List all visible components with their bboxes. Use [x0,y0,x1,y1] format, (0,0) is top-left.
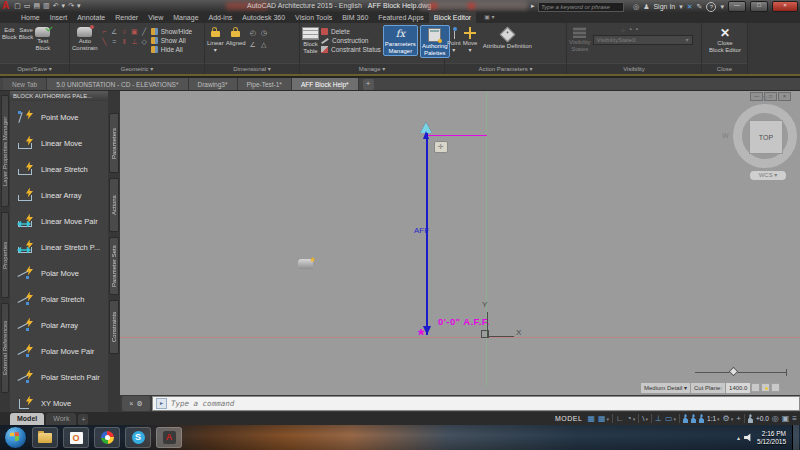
tray-clock[interactable]: 2:16 PM 5/12/2015 [757,430,788,445]
hide-all-button[interactable]: Hide All [151,46,192,53]
taskbar-browser-button[interactable] [94,427,120,448]
layout-tab-work[interactable]: Work [46,413,76,425]
palette-item[interactable]: Linear Array [10,182,108,208]
file-tab[interactable]: Pipe-Test-1* [238,78,292,90]
help-icon[interactable]: ? [706,2,716,12]
new-drawing-plus-icon[interactable]: + [363,79,374,90]
start-button[interactable] [4,426,27,449]
save-block-button[interactable]: Save Block [19,25,34,40]
quick-access-icon[interactable]: ↶ [53,1,59,11]
status-bar-icon[interactable]: ◔ [627,413,635,425]
palette-item[interactable]: Point Move [10,104,108,130]
drawing-canvas[interactable]: ✛ AFF * 0'-0" A.F.F. Y X — □ × N S W E T… [120,91,800,395]
cut-plane-lightbulb-button[interactable] [761,383,770,392]
ribbon-tab[interactable]: Featured Apps [373,12,429,23]
constraint-icon[interactable]: ╲ [100,38,109,47]
status-bar-icon[interactable]: ▦ [587,413,595,425]
dimensional-icon[interactable]: ◷ [259,28,269,39]
quick-access-icon[interactable]: ▥ [43,1,50,11]
palette-item[interactable]: Linear Move [10,130,108,156]
status-bar-icon[interactable]: +0.0 [756,413,769,425]
panel-label-geometric[interactable]: Geometric ▾ [70,63,204,74]
show-all-button[interactable]: Show All [151,37,192,44]
close-button[interactable]: × [772,1,798,12]
status-bar-icon[interactable] [612,414,613,423]
test-block-button[interactable]: Test Block [35,25,50,51]
anchored-palette-tab[interactable]: Properties [1,212,9,298]
visibility-mini-icon[interactable]: ▪ [630,26,632,33]
viewcube-north[interactable]: N [762,95,767,102]
palette-item[interactable]: Polar Move Pair [10,338,108,364]
constraint-icon[interactable]: ╱ [140,28,149,37]
constraint-icon[interactable]: = [110,38,119,47]
base-grip-star[interactable]: * [418,327,424,345]
status-bar-icon[interactable] [679,414,680,423]
status-bar-icon[interactable]: + [736,413,741,425]
file-tab[interactable]: Drawing3* [189,78,238,90]
palette-item[interactable]: Polar Array [10,312,108,338]
constraint-icon[interactable]: ‖ [120,38,129,47]
speaker-icon[interactable] [744,433,753,442]
palette-item[interactable]: Polar Stretch [10,286,108,312]
command-line-grip[interactable]: × ⚙ [122,396,150,411]
palette-item[interactable]: Linear Move Pair [10,208,108,234]
viewcube-top-face[interactable]: TOP [749,120,783,154]
anchored-palette-tab[interactable]: External References [1,303,9,393]
ribbon-tab[interactable]: Insert [45,12,73,23]
ribbon-tab[interactable]: Render [110,12,143,23]
dimensional-icon[interactable]: ∠ [248,40,258,51]
status-bar-icon[interactable] [699,414,704,423]
quick-access-icon[interactable]: ▾ [62,1,66,11]
visibility-states-button[interactable]: Visibility States [569,25,591,52]
restore-button[interactable]: □ [750,1,768,12]
visibility-state-dropdown[interactable]: VisibilityState0▾ [593,35,693,45]
constraint-icon[interactable]: ∠ [110,28,119,37]
status-bar-icon[interactable]: ▣ [782,413,790,425]
attribute-definition-button[interactable]: Attribute Definition [479,25,535,50]
quick-access-icon[interactable]: ▤ [33,1,40,11]
search-go-icon[interactable]: ▸ [531,2,535,10]
sign-in-caret-icon[interactable]: ▾ [679,3,683,11]
status-bar-icon[interactable]: ⊥ [655,413,662,425]
status-bar-icon[interactable]: ▭ [665,413,676,425]
status-bar-icon[interactable] [683,414,688,423]
cut-plane-slider-track[interactable] [695,372,787,373]
dimensional-icon[interactable]: △ [259,40,269,51]
visibility-mini-icon[interactable]: ▪ [636,26,638,33]
file-tab[interactable]: AFF Block Help* [292,78,359,90]
status-bar-icon[interactable]: ⚙ [723,413,734,425]
autodesk360-icon[interactable]: ✕ [687,3,693,11]
ribbon-tab[interactable]: Add-ins [204,12,238,23]
constraint-icon[interactable]: ◇ [140,38,149,47]
file-tab[interactable]: New Tab [3,78,47,90]
panel-label-dimensional[interactable]: Dimensional ▾ [205,63,299,74]
exchange-apps-icon[interactable]: ◎ [633,3,639,11]
constraint-icon[interactable]: ⌐ [100,28,109,37]
palette-category-tab[interactable]: Constraints [109,300,119,354]
layout-tab-model[interactable]: Model [10,413,44,425]
status-bar-icon[interactable] [748,414,753,423]
edit-block-button[interactable]: Edit Block [2,25,17,40]
quick-access-icon[interactable]: ↷ [68,1,74,11]
viewcube-west[interactable]: W [722,132,729,139]
ribbon-tab[interactable]: Annotate [72,12,110,23]
wcs-menu[interactable]: WCS ▾ [750,171,786,180]
status-bar-icon[interactable] [638,414,639,423]
minimize-button[interactable]: — [728,1,746,12]
new-layout-plus-icon[interactable]: + [78,414,88,425]
cut-plane-button-1[interactable] [751,383,760,392]
palette-category-tab[interactable]: Parameters [109,113,119,173]
quick-access-icon[interactable]: ▢ [14,1,21,11]
taskbar-autocad-button[interactable]: A [156,427,182,448]
panel-label-open-save[interactable]: Open/Save ▾ [0,63,69,74]
ribbon-options-icon[interactable]: ▣ ▾ [484,12,494,23]
point-button[interactable]: Point ▾ [447,25,461,53]
status-bar-icon[interactable]: ▦ [598,413,609,425]
palette-title[interactable]: BLOCK AUTHORING PALE... [10,91,108,101]
command-input[interactable]: ▸ Type a command [152,396,800,411]
construction-button[interactable]: Construction [321,37,381,44]
constraint-status-button[interactable]: Constraint Status [321,46,381,53]
status-bar-icon[interactable] [744,414,745,423]
move-grip-icon[interactable]: ✛ [434,141,448,153]
command-tools-icon[interactable]: ⚙ [136,400,142,408]
